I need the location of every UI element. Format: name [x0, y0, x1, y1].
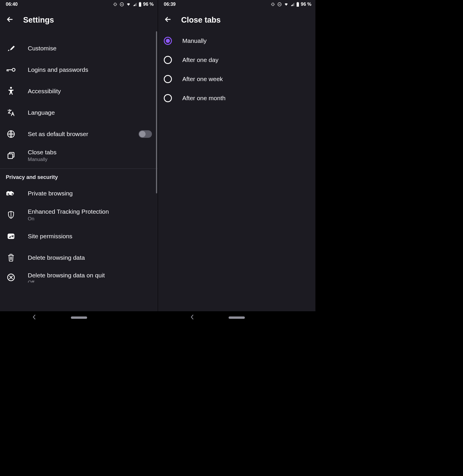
- page-title: Settings: [23, 16, 54, 25]
- row-label: Language: [28, 109, 152, 116]
- tabs-icon: [6, 150, 16, 161]
- svg-point-5: [10, 87, 12, 89]
- row-label: Delete browsing data: [28, 254, 152, 261]
- row-label: Delete browsing data on quit: [28, 272, 152, 279]
- back-arrow-icon[interactable]: [164, 15, 172, 25]
- status-time: 06:39: [164, 2, 176, 7]
- nav-back-icon[interactable]: [190, 314, 194, 321]
- row-accessibility[interactable]: Accessibility: [0, 80, 158, 102]
- settings-list[interactable]: Search Customise Logins and passwords Ac…: [0, 31, 158, 311]
- battery-percent: 96 %: [301, 2, 311, 7]
- row-sublabel: Manually: [28, 157, 152, 162]
- battery-percent: 96 %: [143, 2, 154, 7]
- row-default-browser[interactable]: Set as default browser: [0, 123, 158, 145]
- page-title: Close tabs: [181, 16, 221, 25]
- svg-rect-3: [139, 2, 140, 3]
- row-customise[interactable]: Customise: [0, 38, 158, 59]
- vibrate-icon: [270, 2, 275, 6]
- svg-rect-13: [297, 2, 298, 3]
- search-icon: [6, 31, 16, 38]
- settings-screen: 06:40 96 % Settings Search Customi: [0, 0, 158, 324]
- key-icon: [6, 65, 16, 75]
- row-delete-data[interactable]: Delete browsing data: [0, 247, 158, 268]
- status-time: 06:40: [6, 2, 18, 7]
- row-label: Enhanced Tracking Protection: [28, 208, 152, 215]
- app-bar: Close tabs: [158, 9, 315, 31]
- nav-back-icon[interactable]: [32, 314, 36, 321]
- row-label: Private browsing: [28, 190, 152, 197]
- option-one-week[interactable]: After one week: [158, 69, 315, 89]
- default-browser-toggle[interactable]: [139, 130, 152, 138]
- back-arrow-icon[interactable]: [6, 15, 14, 25]
- scroll-indicator[interactable]: [156, 31, 157, 193]
- option-one-day[interactable]: After one day: [158, 50, 315, 69]
- nav-home-pill[interactable]: [229, 316, 245, 319]
- row-close-tabs[interactable]: Close tabs Manually: [0, 145, 158, 166]
- battery-icon: [296, 2, 299, 7]
- signal-icon: [133, 2, 137, 6]
- accessibility-icon: [6, 86, 16, 96]
- dnd-icon: [277, 2, 282, 7]
- status-icons: 96 %: [113, 2, 154, 7]
- row-label: Site permissions: [28, 233, 152, 240]
- close-tabs-screen: 06:39 96 % Close tabs Manually After one…: [158, 0, 315, 324]
- row-logins[interactable]: Logins and passwords: [0, 59, 158, 80]
- radio-icon: [164, 37, 172, 45]
- row-label: Logins and passwords: [28, 66, 152, 73]
- radio-icon: [164, 75, 172, 83]
- radio-icon: [164, 94, 172, 102]
- svg-rect-0: [114, 3, 116, 6]
- row-delete-on-quit[interactable]: Delete browsing data on quit Off: [0, 268, 158, 283]
- trash-icon: [6, 252, 16, 263]
- system-nav-bar: [0, 311, 158, 324]
- option-label: After one month: [182, 95, 225, 102]
- signal-icon: [291, 2, 295, 6]
- svg-rect-7: [8, 154, 13, 158]
- battery-icon: [139, 2, 142, 7]
- wifi-icon: [284, 2, 289, 6]
- row-label: Customise: [28, 45, 152, 52]
- status-bar: 06:40 96 %: [0, 0, 158, 9]
- circle-x-icon: [6, 272, 16, 283]
- mask-icon: [6, 188, 16, 199]
- option-label: After one day: [182, 56, 218, 63]
- row-language[interactable]: Language: [0, 102, 158, 123]
- svg-rect-12: [297, 3, 299, 7]
- row-sublabel: Off: [28, 280, 152, 283]
- status-icons: 96 %: [270, 2, 311, 7]
- vibrate-icon: [113, 2, 118, 6]
- wifi-icon: [126, 2, 131, 6]
- row-label: Accessibility: [28, 88, 152, 95]
- row-search[interactable]: Search: [0, 31, 158, 38]
- option-label: After one week: [182, 76, 223, 83]
- svg-rect-2: [139, 3, 141, 7]
- translate-icon: [6, 107, 16, 118]
- nav-home-pill[interactable]: [71, 316, 87, 319]
- row-site-permissions[interactable]: Site permissions: [0, 226, 158, 247]
- radio-icon: [164, 56, 172, 64]
- permissions-icon: [6, 231, 16, 241]
- options-list: Manually After one day After one week Af…: [158, 31, 315, 311]
- svg-rect-10: [272, 3, 274, 6]
- app-bar: Settings: [0, 9, 158, 31]
- row-etp[interactable]: Enhanced Tracking Protection On: [0, 204, 158, 226]
- row-private-browsing[interactable]: Private browsing: [0, 183, 158, 204]
- system-nav-bar: [158, 311, 315, 324]
- option-label: Manually: [182, 37, 207, 44]
- row-sublabel: On: [28, 216, 152, 222]
- option-one-month[interactable]: After one month: [158, 89, 315, 108]
- shield-icon: [6, 210, 16, 220]
- row-label: Set as default browser: [28, 131, 127, 138]
- option-manually[interactable]: Manually: [158, 31, 315, 50]
- svg-point-4: [12, 68, 15, 71]
- dnd-icon: [120, 2, 124, 7]
- status-bar: 06:39 96 %: [158, 0, 315, 9]
- paintbrush-icon: [6, 43, 16, 54]
- globe-icon: [6, 129, 16, 139]
- row-label: Close tabs: [28, 149, 152, 156]
- section-privacy-title: Privacy and security: [0, 169, 158, 183]
